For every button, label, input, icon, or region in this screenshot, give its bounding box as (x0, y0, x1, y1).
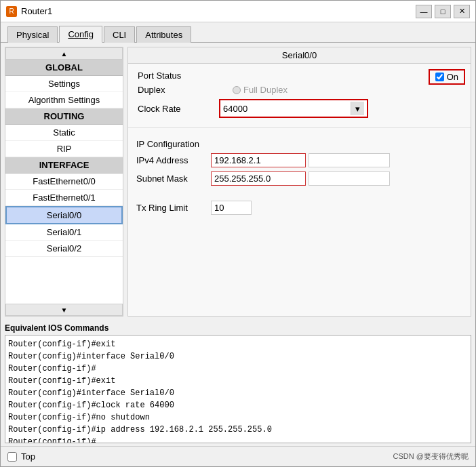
subnet-label: Subnet Mask (136, 174, 211, 184)
window-title: Router1 (21, 6, 52, 16)
tx-label: Tx Ring Limit (136, 203, 211, 213)
top-label: Top (21, 451, 35, 462)
tab-physical[interactable]: Physical (7, 26, 58, 43)
ip-config-section: IP Configuration IPv4 Address Subnet Mas… (128, 134, 471, 195)
nav-item-static[interactable]: Static (5, 125, 123, 141)
console-line-6: Router(config-if)#no shutdown (8, 411, 468, 424)
console-line-4: Router(config)#interface Serial0/0 (8, 387, 468, 399)
ipv4-row: IPv4 Address (136, 153, 462, 167)
close-button[interactable]: ✕ (454, 5, 470, 18)
top-checkbox[interactable] (7, 452, 17, 462)
right-panel: Serial0/0 On Port Status Duplex (127, 47, 471, 317)
clock-rate-input[interactable] (223, 104, 351, 114)
port-status-label: Port Status (138, 70, 192, 81)
tab-config[interactable]: Config (59, 26, 102, 43)
console-line-8: Router(config-if)# (8, 436, 468, 443)
clock-rate-dropdown-arrow[interactable]: ▾ (351, 102, 364, 115)
scroll-down-arrow[interactable]: ▼ (5, 304, 123, 316)
duplex-radio-group: Full Duplex (233, 85, 287, 95)
title-bar-left: R Router1 (6, 6, 52, 17)
duplex-value: Full Duplex (243, 85, 287, 95)
tab-attributes[interactable]: Attributes (136, 26, 191, 43)
nav-item-settings[interactable]: Settings (5, 76, 123, 92)
nav-list: GLOBAL Settings Algorithm Settings ROUTI… (5, 60, 123, 304)
ipv4-input[interactable] (211, 153, 306, 167)
title-buttons: — □ ✕ (416, 5, 470, 18)
tx-row: Tx Ring Limit (136, 201, 462, 215)
ios-commands-label: Equivalent IOS Commands (5, 323, 471, 333)
console-line-7: Router(config-if)#ip address 192.168.2.1… (8, 424, 468, 436)
clock-rate-label: Clock Rate (138, 104, 192, 114)
nav-item-algorithm-settings[interactable]: Algorithm Settings (5, 92, 123, 108)
footer: Top CSDN @要变得优秀昵 (1, 446, 475, 466)
on-checkbox-group: On (429, 69, 465, 85)
tx-input[interactable] (211, 201, 252, 215)
console-line-0: Router(config-if)#exit (8, 338, 468, 350)
console-line-5: Router(config-if)#clock rate 64000 (8, 399, 468, 411)
nav-item-serial01[interactable]: Serial0/1 (5, 224, 123, 241)
tab-cli[interactable]: CLI (104, 26, 135, 43)
duplex-row: Duplex Full Duplex (138, 85, 461, 95)
port-status-row: Port Status (138, 70, 461, 81)
subnet-row: Subnet Mask (136, 171, 462, 186)
nav-item-fe01[interactable]: FastEthernet0/1 (5, 190, 123, 206)
ios-console[interactable]: Router(config-if)#exit Router(config)#in… (5, 335, 471, 443)
ipv4-extra-input[interactable] (309, 153, 390, 167)
duplex-label: Duplex (138, 85, 192, 95)
main-content: ▲ GLOBAL Settings Algorithm Settings ROU… (1, 43, 475, 321)
main-window: R Router1 — □ ✕ Physical Config CLI Attr… (0, 0, 476, 467)
subnet-input[interactable] (211, 171, 306, 186)
bottom-area: Equivalent IOS Commands Router(config-if… (1, 321, 475, 446)
ip-config-title: IP Configuration (136, 139, 462, 149)
console-line-3: Router(config-if)#exit (8, 375, 468, 387)
watermark: CSDN @要变得优秀昵 (393, 451, 469, 462)
nav-header-routing: ROUTING (5, 108, 123, 125)
on-label[interactable]: On (447, 72, 458, 82)
nav-item-serial00[interactable]: Serial0/0 (5, 206, 123, 224)
nav-item-fe00[interactable]: FastEthernet0/0 (5, 174, 123, 190)
minimize-button[interactable]: — (416, 5, 432, 18)
console-line-2: Router(config-if)# (8, 363, 468, 375)
ipv4-label: IPv4 Address (136, 155, 211, 165)
console-line-1: Router(config)#interface Serial0/0 (8, 350, 468, 363)
panel-title: Serial0/0 (128, 47, 471, 64)
clock-rate-row: Clock Rate ▾ (138, 99, 461, 118)
on-checkbox[interactable] (435, 73, 444, 81)
left-panel: ▲ GLOBAL Settings Algorithm Settings ROU… (5, 47, 123, 317)
nav-header-interface: INTERFACE (5, 157, 123, 174)
tx-section: Tx Ring Limit (128, 195, 471, 220)
scroll-up-arrow[interactable]: ▲ (5, 47, 123, 60)
duplex-radio[interactable] (233, 86, 241, 94)
tab-bar: Physical Config CLI Attributes (1, 22, 475, 43)
footer-left: Top (7, 451, 35, 462)
nav-item-serial02[interactable]: Serial0/2 (5, 241, 123, 257)
nav-header-global: GLOBAL (5, 60, 123, 76)
title-bar: R Router1 — □ ✕ (1, 1, 475, 22)
subnet-extra-input[interactable] (309, 171, 390, 186)
clock-rate-dropdown[interactable]: ▾ (219, 99, 368, 118)
app-icon: R (6, 6, 17, 17)
maximize-button[interactable]: □ (435, 5, 451, 18)
nav-item-rip[interactable]: RIP (5, 141, 123, 157)
